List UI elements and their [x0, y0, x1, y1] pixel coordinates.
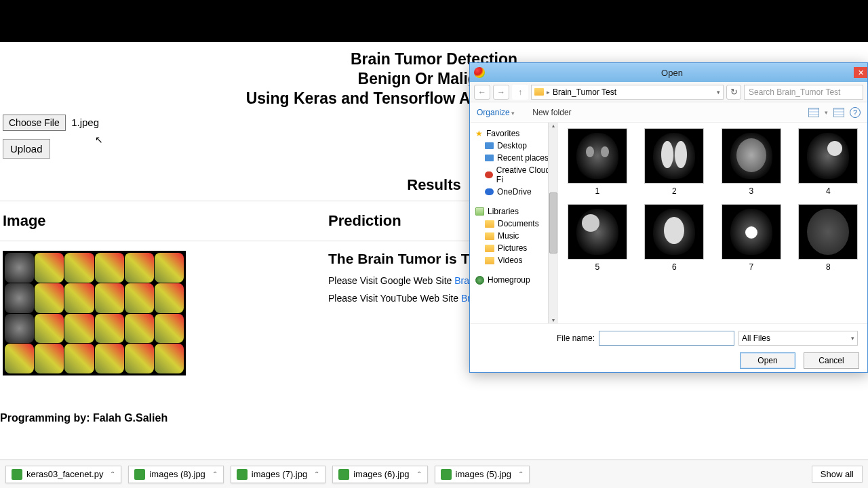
file-open-dialog: Open ✕ ← → ↑ ▸ Brain_Tumor Test ▾ ↻ Sear… [469, 62, 868, 373]
download-item[interactable]: images (5).jpg⌃ [435, 466, 530, 483]
sidebar-item-videos[interactable]: Videos [470, 254, 557, 266]
download-item[interactable]: images (7).jpg⌃ [231, 466, 326, 483]
back-button[interactable]: ← [474, 85, 490, 100]
downloads-bar: keras03_facenet.py⌃ images (8).jpg⌃ imag… [0, 460, 868, 488]
cancel-button[interactable]: Cancel [804, 352, 859, 369]
choose-file-button[interactable]: Choose File [3, 115, 66, 131]
folder-icon [534, 88, 544, 96]
path-text: Brain_Tumor Test [553, 87, 616, 97]
forward-button[interactable]: → [493, 85, 509, 100]
view-mode-icon[interactable] [808, 108, 819, 117]
file-icon [441, 469, 452, 480]
folder-icon [485, 220, 494, 228]
file-type-select[interactable]: All Files▾ [738, 331, 858, 346]
scroll-thumb[interactable] [549, 192, 557, 253]
dialog-toolbar: Organize New folder ▾ ? [470, 102, 867, 123]
file-item[interactable]: 4 [795, 128, 863, 196]
chevron-up-icon[interactable]: ⌃ [212, 470, 218, 478]
sidebar-item-music[interactable]: Music [470, 230, 557, 242]
chevron-up-icon[interactable]: ⌃ [314, 470, 319, 478]
file-label: 3 [749, 186, 753, 196]
dialog-footer: File name: All Files▾ Open Cancel [470, 323, 867, 375]
organize-menu[interactable]: Organize [477, 108, 515, 117]
file-item[interactable]: 3 [717, 128, 785, 196]
chrome-icon [474, 67, 485, 78]
help-icon[interactable]: ? [850, 107, 861, 118]
star-icon: ★ [475, 129, 483, 138]
sidebar-item-pictures[interactable]: Pictures [470, 242, 557, 254]
sidebar-homegroup[interactable]: Homegroup [470, 273, 557, 286]
col-header-image: Image [0, 201, 326, 241]
path-box[interactable]: ▸ Brain_Tumor Test ▾ [531, 85, 724, 100]
file-name-label: File name: [557, 333, 595, 343]
file-label: 7 [749, 262, 753, 272]
download-item[interactable]: images (6).jpg⌃ [332, 466, 427, 483]
file-item[interactable]: 7 [717, 204, 785, 272]
dialog-navbar: ← → ↑ ▸ Brain_Tumor Test ▾ ↻ Search Brai… [470, 82, 867, 102]
up-button[interactable]: ↑ [512, 85, 528, 100]
dialog-title: Open [490, 68, 854, 78]
upload-button[interactable]: Upload [3, 139, 50, 159]
sidebar-item-recent[interactable]: Recent places [470, 152, 557, 164]
scroll-down-icon[interactable]: ▾ [552, 317, 555, 323]
onedrive-icon [485, 188, 494, 195]
sidebar-favorites[interactable]: ★Favorites [470, 127, 557, 140]
sidebar-item-creative-cloud[interactable]: Creative Cloud Fi [470, 164, 557, 186]
file-icon [237, 469, 248, 480]
preview-pane-icon[interactable] [833, 108, 844, 117]
chevron-down-icon: ▾ [851, 335, 854, 342]
file-item[interactable]: 1 [564, 128, 631, 196]
file-icon [134, 469, 145, 480]
chevron-down-icon[interactable]: ▾ [825, 109, 828, 116]
file-label: 6 [672, 262, 677, 272]
chevron-down-icon[interactable]: ▾ [717, 89, 720, 96]
file-label: 4 [826, 186, 831, 196]
recent-icon [485, 155, 494, 161]
dialog-titlebar[interactable]: Open ✕ [470, 63, 867, 82]
scroll-up-icon[interactable]: ▴ [552, 123, 555, 129]
file-icon [338, 469, 349, 480]
folder-icon [485, 257, 494, 264]
creative-cloud-icon [485, 171, 493, 178]
close-icon[interactable]: ✕ [854, 67, 867, 78]
homegroup-icon [475, 276, 484, 285]
new-folder-button[interactable]: New folder [532, 108, 571, 117]
file-item[interactable]: 5 [564, 204, 631, 272]
desktop-icon [485, 142, 494, 149]
file-grid-area: 1 2 3 4 5 6 7 8 [558, 123, 867, 323]
file-item[interactable]: 8 [795, 204, 863, 272]
sidebar-item-desktop[interactable]: Desktop [470, 140, 557, 152]
sidebar-libraries[interactable]: Libraries [470, 205, 557, 218]
selected-file-name: 1.jpeg [71, 117, 99, 128]
folder-icon [485, 232, 494, 240]
refresh-button[interactable]: ↻ [726, 85, 741, 100]
chevron-up-icon[interactable]: ⌃ [110, 470, 115, 478]
dialog-sidebar: ★Favorites Desktop Recent places Creativ… [470, 123, 558, 323]
download-item[interactable]: images (8).jpg⌃ [128, 466, 223, 483]
result-image [3, 251, 186, 375]
file-label: 2 [672, 186, 677, 196]
author-credit: Programming by: Falah G.Salieh [0, 412, 868, 427]
chevron-right-icon: ▸ [547, 89, 550, 96]
search-input[interactable]: Search Brain_Tumor Test [744, 85, 863, 100]
library-icon [475, 207, 484, 216]
file-name-input[interactable] [599, 331, 734, 346]
file-item[interactable]: 6 [641, 204, 709, 272]
download-item[interactable]: keras03_facenet.py⌃ [5, 466, 121, 483]
sidebar-scrollbar[interactable]: ▴▾ [548, 123, 557, 323]
sidebar-item-onedrive[interactable]: OneDrive [470, 186, 557, 198]
file-item[interactable]: 2 [641, 128, 709, 196]
sidebar-item-documents[interactable]: Documents [470, 218, 557, 230]
file-label: 5 [595, 262, 599, 272]
chevron-up-icon[interactable]: ⌃ [416, 470, 422, 478]
open-button[interactable]: Open [740, 352, 795, 369]
file-icon [12, 469, 22, 480]
show-all-button[interactable]: Show all [812, 466, 863, 483]
folder-icon [485, 245, 494, 252]
chevron-up-icon[interactable]: ⌃ [518, 470, 524, 478]
file-label: 1 [595, 186, 599, 196]
file-label: 8 [826, 262, 831, 272]
